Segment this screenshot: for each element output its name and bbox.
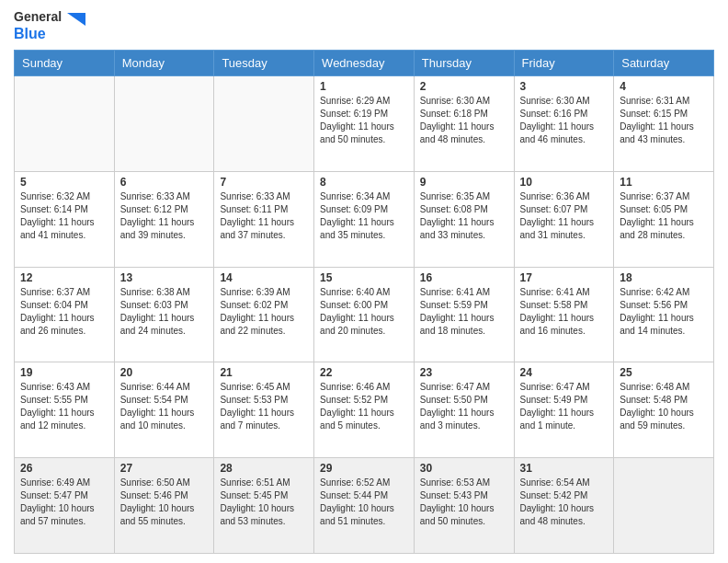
calendar-cell: 9Sunrise: 6:35 AMSunset: 6:08 PMDaylight… [414, 171, 514, 267]
day-info: Sunrise: 6:49 AMSunset: 5:47 PMDaylight:… [20, 477, 108, 528]
calendar-cell: 14Sunrise: 6:39 AMSunset: 6:02 PMDayligh… [214, 267, 314, 362]
calendar-cell: 4Sunrise: 6:31 AMSunset: 6:15 PMDaylight… [614, 75, 714, 171]
logo-triangle-icon [67, 13, 85, 39]
calendar-cell: 10Sunrise: 6:36 AMSunset: 6:07 PMDayligh… [514, 171, 614, 267]
calendar-day-header: Saturday [614, 50, 714, 75]
calendar-week-row: 26Sunrise: 6:49 AMSunset: 5:47 PMDayligh… [15, 458, 714, 554]
calendar-cell: 17Sunrise: 6:41 AMSunset: 5:58 PMDayligh… [514, 267, 614, 362]
calendar-cell [114, 75, 214, 171]
calendar-day-header: Tuesday [214, 50, 314, 75]
day-info: Sunrise: 6:32 AMSunset: 6:14 PMDaylight:… [20, 190, 108, 242]
calendar-day-header: Sunday [15, 50, 115, 75]
day-info: Sunrise: 6:36 AMSunset: 6:07 PMDaylight:… [520, 190, 609, 242]
day-number: 16 [420, 271, 508, 284]
calendar-week-row: 1Sunrise: 6:29 AMSunset: 6:19 PMDaylight… [15, 75, 714, 171]
day-number: 25 [620, 366, 708, 379]
day-number: 30 [420, 462, 508, 475]
calendar-cell: 5Sunrise: 6:32 AMSunset: 6:14 PMDaylight… [15, 171, 115, 267]
calendar-cell: 13Sunrise: 6:38 AMSunset: 6:03 PMDayligh… [114, 267, 214, 362]
day-number: 15 [320, 271, 408, 284]
day-info: Sunrise: 6:52 AMSunset: 5:44 PMDaylight:… [320, 477, 408, 528]
calendar-cell: 26Sunrise: 6:49 AMSunset: 5:47 PMDayligh… [15, 458, 115, 554]
day-info: Sunrise: 6:39 AMSunset: 6:02 PMDaylight:… [220, 286, 308, 338]
day-info: Sunrise: 6:47 AMSunset: 5:49 PMDaylight:… [520, 381, 609, 432]
calendar-cell: 21Sunrise: 6:45 AMSunset: 5:53 PMDayligh… [214, 362, 314, 458]
day-number: 12 [20, 271, 108, 284]
calendar-cell: 23Sunrise: 6:47 AMSunset: 5:50 PMDayligh… [414, 362, 514, 458]
calendar-cell: 30Sunrise: 6:53 AMSunset: 5:43 PMDayligh… [414, 458, 514, 554]
calendar-day-header: Friday [514, 50, 614, 75]
calendar-cell: 16Sunrise: 6:41 AMSunset: 5:59 PMDayligh… [414, 267, 514, 362]
day-number: 18 [620, 271, 708, 284]
calendar-week-row: 12Sunrise: 6:37 AMSunset: 6:04 PMDayligh… [15, 267, 714, 362]
day-number: 4 [620, 80, 708, 93]
day-number: 27 [120, 462, 209, 475]
calendar-cell: 6Sunrise: 6:33 AMSunset: 6:12 PMDaylight… [114, 171, 214, 267]
calendar-day-header: Thursday [414, 50, 514, 75]
day-number: 11 [620, 176, 708, 189]
day-number: 19 [20, 366, 108, 379]
calendar-week-row: 19Sunrise: 6:43 AMSunset: 5:55 PMDayligh… [15, 362, 714, 458]
calendar-day-header: Monday [114, 50, 214, 75]
day-number: 3 [520, 80, 609, 93]
calendar-week-row: 5Sunrise: 6:32 AMSunset: 6:14 PMDaylight… [15, 171, 714, 267]
logo-blue: Blue [14, 26, 46, 41]
day-info: Sunrise: 6:30 AMSunset: 6:16 PMDaylight:… [520, 95, 609, 146]
day-number: 24 [520, 366, 609, 379]
day-info: Sunrise: 6:47 AMSunset: 5:50 PMDaylight:… [420, 381, 508, 432]
calendar-cell [15, 75, 115, 171]
day-number: 14 [220, 271, 308, 284]
calendar-cell: 2Sunrise: 6:30 AMSunset: 6:18 PMDaylight… [414, 75, 514, 171]
calendar-cell: 19Sunrise: 6:43 AMSunset: 5:55 PMDayligh… [15, 362, 115, 458]
day-info: Sunrise: 6:41 AMSunset: 5:58 PMDaylight:… [520, 286, 609, 338]
calendar-cell: 20Sunrise: 6:44 AMSunset: 5:54 PMDayligh… [114, 362, 214, 458]
logo: General Blue [14, 9, 85, 42]
calendar-cell: 8Sunrise: 6:34 AMSunset: 6:09 PMDaylight… [314, 171, 415, 267]
page: General Blue SundayMondayTuesdayWednesda… [0, 0, 728, 563]
calendar-cell: 27Sunrise: 6:50 AMSunset: 5:46 PMDayligh… [114, 458, 214, 554]
day-info: Sunrise: 6:40 AMSunset: 6:00 PMDaylight:… [320, 286, 408, 338]
calendar-cell: 11Sunrise: 6:37 AMSunset: 6:05 PMDayligh… [614, 171, 714, 267]
day-number: 26 [20, 462, 108, 475]
calendar-cell: 3Sunrise: 6:30 AMSunset: 6:16 PMDaylight… [514, 75, 614, 171]
day-number: 22 [320, 366, 408, 379]
day-number: 6 [120, 176, 209, 189]
calendar-day-header: Wednesday [314, 50, 415, 75]
calendar-cell [214, 75, 314, 171]
logo-general: General [14, 9, 62, 24]
day-number: 28 [220, 462, 308, 475]
day-number: 10 [520, 176, 609, 189]
day-number: 9 [420, 176, 508, 189]
day-number: 20 [120, 366, 209, 379]
calendar-cell: 12Sunrise: 6:37 AMSunset: 6:04 PMDayligh… [15, 267, 115, 362]
day-info: Sunrise: 6:54 AMSunset: 5:42 PMDaylight:… [520, 477, 609, 528]
day-number: 1 [320, 80, 408, 93]
day-info: Sunrise: 6:46 AMSunset: 5:52 PMDaylight:… [320, 381, 408, 432]
calendar-cell [614, 458, 714, 554]
day-info: Sunrise: 6:37 AMSunset: 6:04 PMDaylight:… [20, 286, 108, 338]
day-info: Sunrise: 6:48 AMSunset: 5:48 PMDaylight:… [620, 381, 708, 432]
day-info: Sunrise: 6:37 AMSunset: 6:05 PMDaylight:… [620, 190, 708, 242]
calendar-cell: 22Sunrise: 6:46 AMSunset: 5:52 PMDayligh… [314, 362, 415, 458]
calendar-cell: 7Sunrise: 6:33 AMSunset: 6:11 PMDaylight… [214, 171, 314, 267]
day-number: 2 [420, 80, 508, 93]
day-number: 17 [520, 271, 609, 284]
day-info: Sunrise: 6:31 AMSunset: 6:15 PMDaylight:… [620, 95, 708, 146]
day-info: Sunrise: 6:44 AMSunset: 5:54 PMDaylight:… [120, 381, 209, 432]
header: General Blue [14, 9, 714, 42]
day-info: Sunrise: 6:41 AMSunset: 5:59 PMDaylight:… [420, 286, 508, 338]
calendar-cell: 28Sunrise: 6:51 AMSunset: 5:45 PMDayligh… [214, 458, 314, 554]
day-info: Sunrise: 6:30 AMSunset: 6:18 PMDaylight:… [420, 95, 508, 146]
day-number: 31 [520, 462, 609, 475]
calendar-cell: 24Sunrise: 6:47 AMSunset: 5:49 PMDayligh… [514, 362, 614, 458]
day-info: Sunrise: 6:33 AMSunset: 6:11 PMDaylight:… [220, 190, 308, 242]
calendar-cell: 31Sunrise: 6:54 AMSunset: 5:42 PMDayligh… [514, 458, 614, 554]
day-number: 21 [220, 366, 308, 379]
day-number: 29 [320, 462, 408, 475]
day-number: 5 [20, 176, 108, 189]
day-info: Sunrise: 6:29 AMSunset: 6:19 PMDaylight:… [320, 95, 408, 146]
calendar-table: SundayMondayTuesdayWednesdayThursdayFrid… [14, 50, 714, 554]
day-info: Sunrise: 6:33 AMSunset: 6:12 PMDaylight:… [120, 190, 209, 242]
calendar-cell: 15Sunrise: 6:40 AMSunset: 6:00 PMDayligh… [314, 267, 415, 362]
logo-text-block: General Blue [14, 9, 62, 42]
